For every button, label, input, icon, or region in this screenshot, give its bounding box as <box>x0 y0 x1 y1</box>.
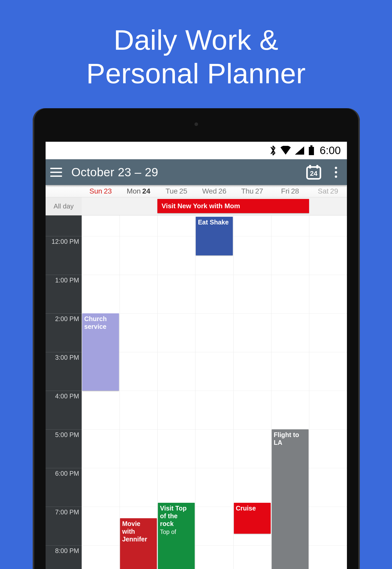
wifi-icon <box>280 146 291 155</box>
day-header-sun[interactable]: Sun 23 <box>82 185 120 197</box>
status-time: 6:00 <box>320 144 341 157</box>
cell-signal-icon <box>294 146 305 155</box>
time-slot: 12:00 PM <box>46 236 82 275</box>
calendar-event[interactable]: Movie with Jennifer <box>120 518 157 569</box>
calendar-event[interactable]: Church service <box>82 313 119 391</box>
day-header-fri[interactable]: Fri 28 <box>271 185 309 197</box>
day-column[interactable] <box>82 215 120 569</box>
all-day-cols: Visit New York with Mom <box>82 197 347 215</box>
day-column[interactable] <box>309 215 347 569</box>
hero-line2: Personal Planner <box>0 57 392 90</box>
time-slot: 4:00 PM <box>46 391 82 429</box>
day-header-thu[interactable]: Thu 27 <box>233 185 271 197</box>
days-grid[interactable]: Eat ShakeChurch serviceFlight to LAMovie… <box>82 215 347 569</box>
time-slot: 8:00 PM <box>46 545 82 569</box>
hero-title: Daily Work & Personal Planner <box>0 0 392 90</box>
overflow-menu-button[interactable] <box>329 162 342 182</box>
time-slot: 6:00 PM <box>46 468 82 507</box>
day-header-mon[interactable]: Mon 24 <box>120 185 157 197</box>
time-slot: 5:00 PM <box>46 429 82 468</box>
calendar-event[interactable]: Visit Top of the rockTop of <box>158 503 195 569</box>
day-header-sat[interactable]: Sat 29 <box>309 185 347 197</box>
tablet-camera <box>194 122 198 126</box>
today-button[interactable]: 24 <box>304 162 324 182</box>
calendar-grid[interactable]: 12:00 PM1:00 PM2:00 PM3:00 PM4:00 PM5:00… <box>46 215 347 569</box>
day-header-tue[interactable]: Tue 25 <box>157 185 195 197</box>
app-bar: October 23 – 29 24 <box>46 159 347 185</box>
time-slot: 2:00 PM <box>46 313 82 352</box>
time-column: 12:00 PM1:00 PM2:00 PM3:00 PM4:00 PM5:00… <box>46 215 82 569</box>
bluetooth-icon <box>269 145 277 156</box>
battery-icon <box>308 145 315 156</box>
all-day-row: All day Visit New York with Mom <box>46 197 347 215</box>
day-column[interactable] <box>195 215 233 569</box>
svg-rect-0 <box>309 147 314 155</box>
day-header-row: Sun 23Mon 24Tue 25Wed 26Thu 27Fri 28Sat … <box>46 185 347 197</box>
time-slot: 7:00 PM <box>46 507 82 545</box>
day-header-wed[interactable]: Wed 26 <box>195 185 233 197</box>
all-day-label: All day <box>46 197 82 215</box>
time-slot: 1:00 PM <box>46 275 82 313</box>
calendar-event[interactable]: Flight to LA <box>272 429 309 569</box>
svg-rect-4 <box>316 165 318 169</box>
hero-line1: Daily Work & <box>114 24 278 56</box>
svg-rect-1 <box>310 145 312 147</box>
svg-rect-3 <box>309 165 311 169</box>
menu-button[interactable] <box>50 164 66 180</box>
status-bar: 6:00 <box>46 142 347 159</box>
svg-text:24: 24 <box>310 170 318 177</box>
calendar-event[interactable]: Cruise <box>234 503 271 534</box>
allday-event[interactable]: Visit New York with Mom <box>157 199 309 213</box>
tablet-frame: 6:00 October 23 – 29 24 <box>33 108 360 569</box>
calendar-event[interactable]: Eat Shake <box>196 217 233 255</box>
time-slot: 3:00 PM <box>46 352 82 391</box>
day-column[interactable] <box>120 215 157 569</box>
time-slot <box>46 215 82 236</box>
appbar-title[interactable]: October 23 – 29 <box>71 165 158 179</box>
app-screen: 6:00 October 23 – 29 24 <box>46 142 347 569</box>
